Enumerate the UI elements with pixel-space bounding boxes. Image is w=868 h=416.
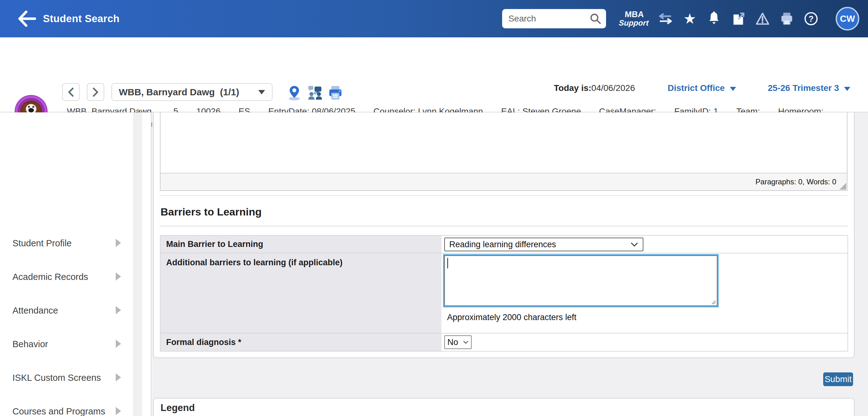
chevron-down-icon [630,242,639,247]
notifications-bell-icon[interactable] [707,11,721,26]
chevron-down-icon [258,90,265,94]
student-selector-dropdown[interactable]: WBB, Barnyard Dawg (1/1) [112,83,273,101]
chevron-right-icon [116,272,121,280]
legend-card: Legend [153,398,855,416]
editor-status-bar: Paragraphs: 0, Words: 0 [160,173,847,190]
school-scope-dropdown[interactable]: District Office [668,83,736,93]
today-date: Today is:04/06/2026 [554,83,635,93]
student-header: WBB, Barnyard Dawg (1/1) Today is:04/06/… [0,37,868,112]
additional-barriers-textarea[interactable] [444,255,717,306]
page-title: Student Search [43,13,120,25]
top-navigation-bar: Student Search MBA Support ★ [0,0,868,37]
student-groups-icon[interactable] [306,85,324,101]
back-arrow-icon[interactable] [18,10,36,27]
sidebar-scrollbar[interactable] [133,112,142,416]
user-avatar[interactable]: CW [836,7,859,31]
editor-resize-handle[interactable] [839,183,846,190]
sidebar-item-courses-and-programs[interactable]: Courses and Programs [12,405,120,416]
compose-report-icon[interactable] [731,11,746,26]
search-icon[interactable] [589,12,602,25]
favorites-star-icon[interactable]: ★ [682,11,697,26]
topbar-actions: MBA Support ★ [502,0,859,37]
rich-text-editor[interactable]: Paragraphs: 0, Words: 0 [160,112,847,191]
formal-diagnosis-row: Formal diagnosis * No [160,333,847,351]
svg-text:?: ? [809,14,813,24]
main-barrier-select[interactable]: Reading learning differences [444,238,643,251]
sidebar-item-behavior[interactable]: Behavior [12,337,120,351]
chevron-down-icon [844,87,850,91]
section-divider [160,226,848,226]
term-dropdown[interactable]: 25-26 Trimester 3 [768,83,850,93]
previous-student-button[interactable] [62,83,80,101]
sidebar-item-student-profile[interactable]: Student Profile [12,236,120,250]
textarea-resize-handle[interactable] [710,299,716,305]
legend-title: Legend [160,402,195,414]
mba-support-button[interactable]: MBA Support [619,10,650,27]
chevron-down-icon [463,340,468,344]
left-navigation-sidebar: Student Profile Academic Records Attenda… [0,112,152,416]
section-title: Barriers to Learning [160,206,261,218]
print-student-icon[interactable] [327,85,343,101]
chevron-right-icon [116,340,121,348]
sidebar-item-academic-records[interactable]: Academic Records [12,270,120,284]
barriers-form-table: Main Barrier to Learning Reading learnin… [160,235,848,352]
main-content-area: Paragraphs: 0, Words: 0 Barriers to Lear… [152,112,868,416]
main-barrier-row: Main Barrier to Learning Reading learnin… [160,236,847,254]
next-student-button[interactable] [87,83,104,101]
chevron-down-icon [730,87,736,91]
main-barrier-label: Main Barrier to Learning [160,236,441,253]
editor-word-count: Paragraphs: 0, Words: 0 [755,177,836,186]
sidebar-item-attendance[interactable]: Attendance [12,304,120,317]
row-divider [160,195,847,196]
formal-diagnosis-select[interactable]: No [444,335,472,349]
help-icon[interactable]: ? [804,11,818,26]
search-box [502,9,606,28]
chevron-right-icon [116,306,121,314]
chevron-right-icon [116,239,121,247]
chevron-right-icon [116,373,121,381]
location-pin-icon[interactable] [286,85,302,101]
submit-button[interactable]: Submit [823,373,853,386]
formal-diagnosis-label: Formal diagnosis * [160,333,441,351]
text-caret [447,258,448,268]
switch-student-icon[interactable] [658,11,673,26]
sidebar-item-iskl-custom-screens[interactable]: ISKL Custom Screens [12,371,120,385]
additional-barriers-label: Additional barriers to learning (if appl… [160,254,441,333]
admissions-form-card: Paragraphs: 0, Words: 0 Barriers to Lear… [153,112,855,358]
alerts-warning-icon[interactable] [755,11,770,26]
print-icon[interactable] [779,11,794,26]
chevron-right-icon [116,407,121,415]
additional-barriers-row: Additional barriers to learning (if appl… [160,254,847,333]
characters-left-hint: Approximately 2000 characters left [447,313,577,322]
